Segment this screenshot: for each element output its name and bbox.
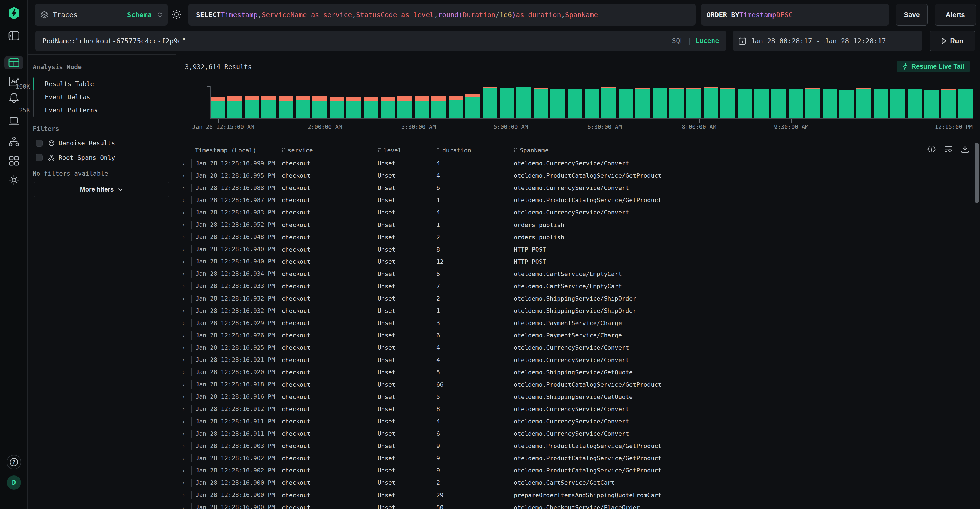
histogram-bar[interactable] — [415, 96, 429, 118]
table-row[interactable]: ›Jan 28 12:28:16.920 PMcheckoutUnset5ote… — [176, 366, 980, 378]
search-input[interactable]: PodName:"checkout-675775c4cc-f2p9c" SQL … — [35, 30, 726, 51]
source-selector[interactable]: Traces Schema — [35, 4, 167, 26]
expand-row-chevron-icon[interactable]: › — [176, 185, 191, 191]
expand-row-chevron-icon[interactable]: › — [176, 283, 191, 289]
resume-live-tail-button[interactable]: Resume Live Tail — [897, 61, 970, 72]
table-row[interactable]: ›Jan 28 12:28:16.925 PMcheckoutUnset4ote… — [176, 341, 980, 354]
column-header-level[interactable]: level — [375, 147, 434, 154]
expand-row-chevron-icon[interactable]: › — [176, 504, 191, 509]
histogram-bar[interactable] — [329, 97, 344, 118]
histogram-bar[interactable] — [261, 96, 276, 118]
table-row[interactable]: ›Jan 28 12:28:16.932 PMcheckoutUnset2ote… — [176, 292, 980, 305]
download-icon[interactable] — [961, 145, 969, 153]
expand-row-chevron-icon[interactable]: › — [176, 172, 191, 179]
table-row[interactable]: ›Jan 28 12:28:16.916 PMcheckoutUnset5ote… — [176, 391, 980, 403]
source-settings-gear-icon[interactable] — [171, 9, 182, 21]
histogram-bar[interactable] — [703, 88, 718, 118]
table-row[interactable]: ›Jan 28 12:28:16.918 PMcheckoutUnset66ot… — [176, 378, 980, 391]
histogram-bar[interactable] — [347, 97, 361, 118]
sidebar-item-service-map[interactable] — [0, 135, 27, 148]
histogram-bar[interactable] — [278, 96, 293, 118]
expand-row-chevron-icon[interactable]: › — [176, 406, 191, 412]
histogram-bar[interactable] — [840, 90, 854, 118]
expand-row-chevron-icon[interactable]: › — [176, 320, 191, 326]
histogram-bar[interactable] — [772, 89, 786, 118]
lucene-mode-option[interactable]: Lucene — [695, 37, 719, 45]
sidebar-item-alerts[interactable] — [0, 91, 27, 104]
histogram-bar[interactable] — [534, 88, 548, 118]
root-spans-filter[interactable]: Root Spans Only — [36, 152, 115, 163]
drag-grip-icon[interactable] — [436, 148, 440, 153]
histogram-bar[interactable] — [686, 88, 700, 118]
table-row[interactable]: ›Jan 28 12:28:16.932 PMcheckoutUnset1ote… — [176, 305, 980, 317]
save-button[interactable]: Save — [896, 4, 928, 26]
drag-grip-icon[interactable] — [377, 148, 381, 153]
histogram-bar[interactable] — [670, 88, 684, 118]
histogram-bar[interactable] — [550, 89, 565, 118]
expand-row-chevron-icon[interactable]: › — [176, 394, 191, 400]
table-row[interactable]: ›Jan 28 12:28:16.911 PMcheckoutUnset6ote… — [176, 428, 980, 440]
table-row[interactable]: ›Jan 28 12:28:16.952 PMcheckoutUnset1ord… — [176, 219, 980, 231]
expand-row-chevron-icon[interactable]: › — [176, 332, 191, 339]
histogram-bar[interactable] — [601, 88, 616, 118]
sidebar-item-settings[interactable] — [0, 174, 27, 187]
table-row[interactable]: ›Jan 28 12:28:16.995 PMcheckoutUnset4ote… — [176, 169, 980, 182]
table-row[interactable]: ›Jan 28 12:28:16.900 PMcheckoutUnset29pr… — [176, 489, 980, 501]
expand-row-chevron-icon[interactable]: › — [176, 418, 191, 425]
denoise-checkbox[interactable] — [36, 139, 43, 147]
histogram-bar[interactable] — [210, 97, 225, 118]
sidebar-item-client-sessions[interactable] — [0, 115, 27, 128]
time-range-picker[interactable]: Jan 28 00:28:17 - Jan 28 12:28:17 — [733, 30, 922, 51]
table-row[interactable]: ›Jan 28 12:28:16.929 PMcheckoutUnset3ote… — [176, 317, 980, 329]
wrap-text-icon[interactable] — [944, 145, 953, 153]
histogram-bar[interactable] — [312, 96, 326, 118]
table-row[interactable]: ›Jan 28 12:28:16.902 PMcheckoutUnset9ote… — [176, 464, 980, 477]
more-filters-button[interactable]: More filters — [33, 182, 170, 197]
table-row[interactable]: ›Jan 28 12:28:16.902 PMcheckoutUnset9ote… — [176, 452, 980, 464]
histogram-bar[interactable] — [398, 96, 412, 118]
table-row[interactable]: ›Jan 28 12:28:16.933 PMcheckoutUnset7ote… — [176, 280, 980, 292]
histogram-bar[interactable] — [805, 88, 819, 118]
table-row[interactable]: ›Jan 28 12:28:16.940 PMcheckoutUnset8HTT… — [176, 243, 980, 255]
run-button[interactable]: Run — [930, 30, 975, 51]
expand-row-chevron-icon[interactable]: › — [176, 308, 191, 314]
denoise-results-filter[interactable]: Denoise Results — [36, 137, 115, 148]
histogram-bar[interactable] — [245, 96, 259, 118]
table-row[interactable]: ›Jan 28 12:28:16.983 PMcheckoutUnset4ote… — [176, 206, 980, 219]
column-header-duration[interactable]: duration — [434, 147, 512, 154]
table-row[interactable]: ›Jan 28 12:28:16.988 PMcheckoutUnset6ote… — [176, 182, 980, 194]
query-language-toggle[interactable]: SQL | Lucene — [672, 37, 719, 45]
histogram-bar[interactable] — [754, 89, 768, 118]
vertical-scrollbar[interactable] — [975, 142, 978, 203]
expand-row-chevron-icon[interactable]: › — [176, 197, 191, 204]
histogram-bar[interactable] — [822, 89, 837, 118]
expand-row-chevron-icon[interactable]: › — [176, 492, 191, 498]
drag-grip-icon[interactable] — [282, 148, 285, 153]
schema-link[interactable]: Schema — [127, 11, 152, 19]
expand-row-chevron-icon[interactable]: › — [176, 222, 191, 228]
histogram-bar[interactable] — [908, 89, 922, 118]
histogram-bar[interactable] — [584, 89, 599, 118]
histogram-bar[interactable] — [364, 97, 378, 118]
expand-row-chevron-icon[interactable]: › — [176, 258, 191, 265]
histogram-bar[interactable] — [738, 89, 752, 118]
table-row[interactable]: ›Jan 28 12:28:16.934 PMcheckoutUnset6ote… — [176, 268, 980, 280]
histogram-bar[interactable] — [721, 88, 735, 118]
expand-row-chevron-icon[interactable]: › — [176, 467, 191, 474]
expand-row-chevron-icon[interactable]: › — [176, 443, 191, 449]
histogram-bar[interactable] — [516, 87, 531, 118]
expand-row-chevron-icon[interactable]: › — [176, 295, 191, 302]
sql-select-input[interactable]: SELECT Timestamp, ServiceName as service… — [188, 4, 696, 26]
help-button[interactable]: ? — [0, 455, 27, 470]
table-row[interactable]: ›Jan 28 12:28:16.948 PMcheckoutUnset2ord… — [176, 231, 980, 243]
column-header-spanname[interactable]: SpanName — [512, 147, 980, 154]
expand-row-chevron-icon[interactable]: › — [176, 357, 191, 363]
mode-item-event-patterns[interactable]: Event Patterns — [45, 104, 98, 116]
user-avatar[interactable]: D — [0, 475, 27, 490]
histogram-bar[interactable] — [568, 89, 582, 118]
root-spans-checkbox[interactable] — [36, 154, 43, 161]
table-row[interactable]: ›Jan 28 12:28:16.940 PMcheckoutUnset12HT… — [176, 255, 980, 268]
table-row[interactable]: ›Jan 28 12:28:16.999 PMcheckoutUnset4ote… — [176, 157, 980, 169]
expand-row-chevron-icon[interactable]: › — [176, 160, 191, 167]
histogram-bar[interactable] — [500, 88, 514, 118]
